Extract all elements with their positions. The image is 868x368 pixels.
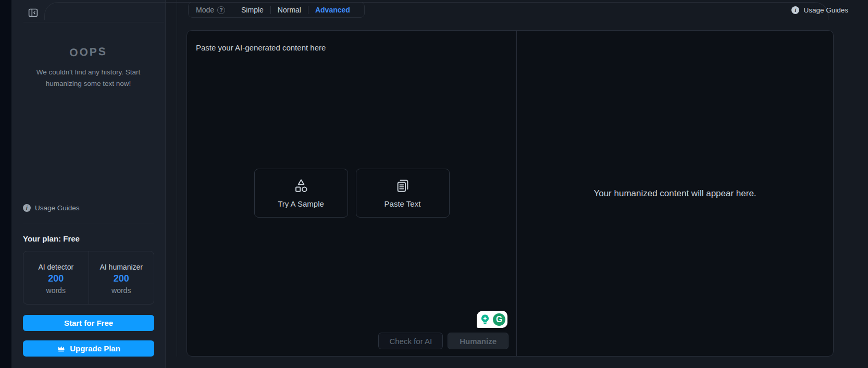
- empty-state-message: We couldn't find any history. Start huma…: [23, 67, 153, 90]
- sidebar-collapse-button[interactable]: [26, 6, 40, 19]
- grammarly-icon: G: [492, 313, 506, 326]
- info-icon: i: [23, 204, 31, 212]
- quota-ai-detector: AI detector 200 words: [23, 251, 89, 304]
- paste-text-button[interactable]: Paste Text: [356, 169, 450, 218]
- info-icon: i: [791, 6, 799, 14]
- editor-placeholder: Paste your AI-generated content here: [196, 43, 326, 52]
- history-sidebar: OOPS We couldn't find any history. Start…: [11, 0, 166, 368]
- editor-footer-actions: Check for AI Humanize: [378, 333, 509, 349]
- usage-guides-label: Usage Guides: [35, 204, 80, 212]
- quota-label: AI detector: [38, 263, 73, 271]
- sidebar-divider: [23, 22, 164, 22]
- editor-input[interactable]: Paste your AI-generated content here Try…: [187, 31, 516, 356]
- start-for-free-button[interactable]: Start for Free: [23, 315, 154, 331]
- mode-label: Mode: [196, 6, 214, 14]
- output-pane: Your humanized content will appear here.: [517, 31, 833, 356]
- svg-text:G: G: [495, 315, 502, 324]
- left-rail: [0, 0, 11, 368]
- quota-value: 200: [114, 273, 129, 284]
- quota-label: AI humanizer: [100, 263, 143, 271]
- lightbulb-icon: [479, 313, 491, 326]
- quota-value: 200: [48, 273, 64, 284]
- try-a-sample-label: Try A Sample: [278, 199, 324, 208]
- upgrade-plan-label: Upgrade Plan: [70, 344, 120, 353]
- try-a-sample-button[interactable]: Try A Sample: [254, 169, 348, 218]
- mode-bar: Mode ? Simple Normal Advanced: [188, 2, 365, 18]
- quota-unit: words: [46, 286, 66, 295]
- shapes-icon: [293, 178, 309, 194]
- plan-heading: Your plan: Free: [23, 234, 80, 243]
- header-usage-guides-label: Usage Guides: [803, 6, 848, 14]
- output-placeholder: Your humanized content will appear here.: [593, 188, 756, 199]
- quota-unit: words: [111, 286, 131, 295]
- paste-icon: [395, 178, 411, 194]
- start-for-free-label: Start for Free: [64, 319, 113, 327]
- sidebar-usage-guides-link[interactable]: i Usage Guides: [23, 204, 80, 212]
- crown-icon: [57, 344, 66, 353]
- header-usage-guides-link[interactable]: i Usage Guides: [791, 6, 848, 14]
- paste-text-label: Paste Text: [385, 199, 421, 208]
- upgrade-plan-button[interactable]: Upgrade Plan: [23, 340, 154, 357]
- mode-help-icon[interactable]: ?: [217, 6, 225, 14]
- humanize-button[interactable]: Humanize: [448, 333, 509, 349]
- mode-tab-normal[interactable]: Normal: [271, 6, 308, 14]
- content-left-border: [177, 0, 177, 357]
- quota-ai-humanizer: AI humanizer 200 words: [89, 251, 154, 304]
- editor-quick-actions: Try A Sample Paste Text: [187, 169, 516, 218]
- check-for-ai-button[interactable]: Check for AI: [378, 333, 443, 349]
- panel-collapse-icon: [28, 7, 39, 18]
- grammarly-widget[interactable]: G: [477, 311, 507, 328]
- quota-box: AI detector 200 words AI humanizer 200 w…: [23, 251, 154, 304]
- mode-tab-simple[interactable]: Simple: [234, 6, 270, 14]
- mode-tab-advanced[interactable]: Advanced: [308, 6, 357, 14]
- workspace-panel: Paste your AI-generated content here Try…: [187, 30, 834, 357]
- empty-state-title: OOPS: [11, 43, 166, 61]
- sidebar-divider: [23, 223, 154, 223]
